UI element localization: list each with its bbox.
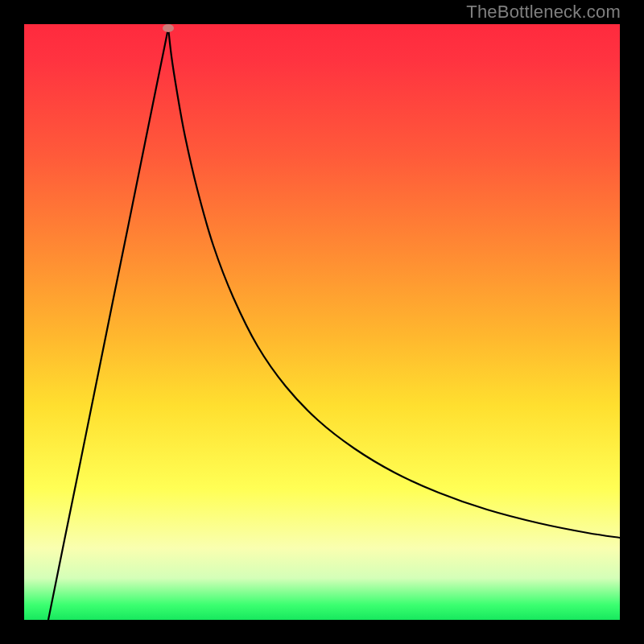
watermark-text: TheBottleneck.com [466, 2, 621, 23]
plot-area [24, 24, 620, 620]
bottleneck-curve [24, 24, 620, 620]
curve-minimum-marker [163, 24, 174, 32]
chart-frame: TheBottleneck.com [0, 0, 644, 644]
